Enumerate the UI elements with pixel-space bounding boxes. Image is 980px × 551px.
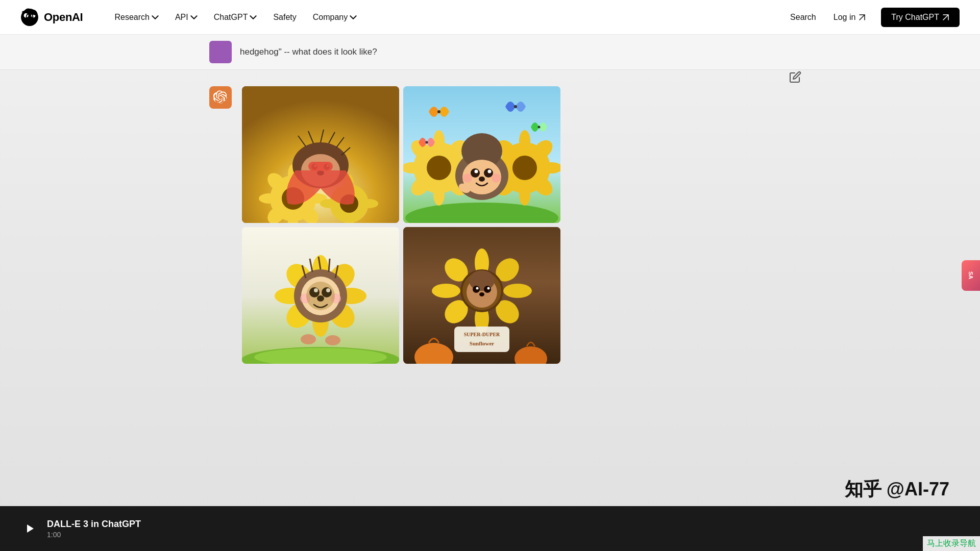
nav-links: Research API ChatGPT Safety Company — [107, 9, 788, 26]
arrow-icon — [942, 14, 949, 21]
svg-point-46 — [519, 130, 530, 153]
nav-research[interactable]: Research — [107, 9, 165, 26]
login-button[interactable]: Log in — [826, 9, 873, 26]
svg-point-59 — [475, 170, 478, 173]
watermark-bottom: 马上收录导航 — [923, 536, 980, 551]
svg-marker-130 — [27, 524, 34, 533]
image-1[interactable] — [242, 86, 399, 223]
svg-point-122 — [473, 286, 480, 293]
svg-point-62 — [492, 173, 501, 183]
svg-point-123 — [484, 286, 491, 293]
nav-right: Search Log in Try ChatGPT — [788, 8, 960, 27]
svg-point-60 — [488, 170, 492, 173]
side-float[interactable]: SA — [962, 260, 980, 291]
svg-point-67 — [538, 126, 541, 129]
chat-response: SUPER-DUPER Sunflower — [209, 70, 771, 372]
svg-point-121 — [469, 270, 495, 291]
ai-avatar-wrapper — [209, 86, 232, 109]
svg-point-35 — [427, 156, 451, 180]
navbar: OpenAI Research API ChatGPT Safety Compa… — [0, 0, 980, 35]
svg-point-126 — [479, 292, 484, 296]
svg-point-57 — [471, 168, 480, 178]
chatgpt-avatar — [209, 86, 232, 109]
hedgehog-superhero-image — [242, 86, 399, 223]
hedgehog-cartoon-butterfly-image — [403, 86, 560, 223]
edit-icon — [789, 71, 801, 83]
svg-point-68 — [426, 141, 428, 144]
edit-icon-wrapper[interactable] — [789, 71, 801, 85]
svg-point-37 — [433, 183, 445, 206]
try-chatgpt-button[interactable]: Try ChatGPT — [881, 8, 960, 27]
image-grid: SUPER-DUPER Sunflower — [242, 86, 558, 364]
svg-rect-31 — [308, 162, 333, 171]
svg-text:Sunflower: Sunflower — [470, 340, 494, 346]
images-container: SUPER-DUPER Sunflower — [242, 86, 771, 364]
play-icon — [24, 523, 35, 534]
openai-logo[interactable]: OpenAI — [20, 8, 83, 27]
chevron-down-icon — [250, 14, 257, 21]
svg-point-36 — [433, 130, 445, 153]
main-content: hedgehog" -- what does it look like? — [0, 35, 980, 551]
hedgehog-sunflower-pot-svg: SUPER-DUPER Sunflower — [403, 227, 560, 364]
image-3[interactable] — [242, 227, 399, 364]
svg-text:SUPER-DUPER: SUPER-DUPER — [464, 332, 500, 337]
hedgehog-sunflower-cartoon-svg — [242, 227, 399, 364]
chevron-down-icon — [152, 14, 159, 21]
svg-point-66 — [514, 105, 517, 108]
svg-point-94 — [301, 334, 316, 344]
svg-point-96 — [306, 282, 335, 310]
image-2[interactable] — [403, 86, 560, 223]
hedgehog-cartoon-butterfly-svg — [403, 86, 560, 223]
chevron-down-icon — [350, 14, 357, 21]
hedgehog-sunflower-pot-image: SUPER-DUPER Sunflower — [403, 227, 560, 364]
svg-point-125 — [487, 287, 490, 290]
svg-point-45 — [512, 156, 537, 180]
hedgehog-superhero-svg — [242, 86, 399, 223]
video-title: DALL-E 3 in ChatGPT — [47, 519, 141, 530]
svg-point-65 — [437, 110, 440, 113]
svg-point-61 — [463, 173, 472, 183]
nav-company[interactable]: Company — [306, 9, 364, 26]
user-message-bar: hedgehog" -- what does it look like? — [0, 35, 980, 70]
svg-point-47 — [519, 183, 530, 206]
chatgpt-logo-icon — [213, 90, 228, 105]
svg-point-63 — [479, 177, 485, 182]
video-player-bar: DALL-E 3 in ChatGPT 1:00 — [0, 506, 980, 551]
openai-logo-icon — [20, 8, 39, 27]
openai-wordmark: OpenAI — [44, 11, 83, 24]
play-button[interactable] — [20, 519, 39, 538]
hedgehog-sunflower-cartoon-image — [242, 227, 399, 364]
svg-point-6 — [259, 193, 279, 204]
svg-point-103 — [503, 284, 532, 298]
search-button[interactable]: Search — [788, 9, 818, 26]
svg-point-124 — [476, 287, 479, 290]
nav-chatgpt[interactable]: ChatGPT — [207, 9, 264, 26]
svg-point-17 — [361, 199, 378, 208]
external-link-icon — [859, 14, 866, 21]
user-avatar — [209, 41, 232, 63]
svg-rect-127 — [454, 327, 509, 352]
video-time: 1:00 — [47, 531, 141, 539]
watermark-right: 知乎 @AI-77 — [845, 477, 949, 502]
chevron-down-icon — [190, 14, 198, 21]
image-4[interactable]: SUPER-DUPER Sunflower — [403, 227, 560, 364]
svg-point-102 — [432, 284, 460, 298]
user-message-text: hedgehog" -- what does it look like? — [240, 47, 377, 57]
user-message-inner: hedgehog" -- what does it look like? — [209, 41, 771, 63]
svg-point-58 — [484, 168, 493, 178]
nav-safety[interactable]: Safety — [266, 9, 303, 26]
svg-line-83 — [329, 259, 330, 272]
video-info: DALL-E 3 in ChatGPT 1:00 — [47, 519, 141, 539]
svg-point-95 — [325, 335, 340, 345]
nav-api[interactable]: API — [168, 9, 205, 26]
